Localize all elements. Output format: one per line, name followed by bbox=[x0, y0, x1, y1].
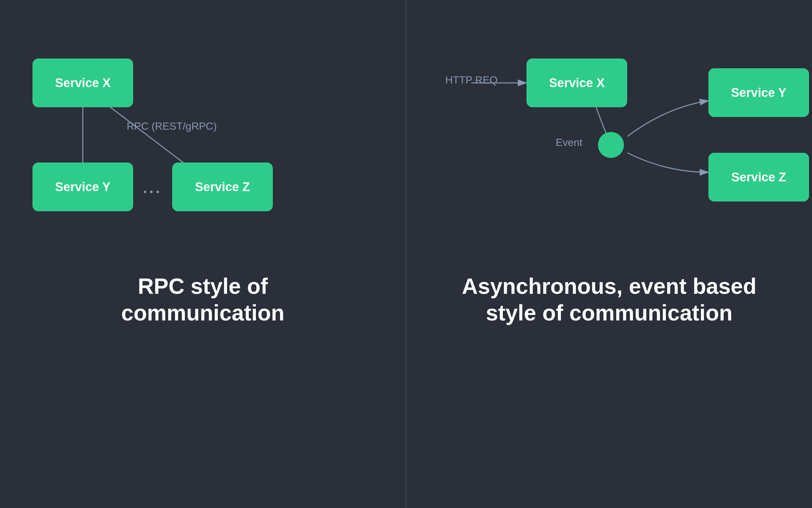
left-panel: Service X Service Y ... Service Z RPC (R… bbox=[0, 0, 406, 508]
dots: ... bbox=[143, 179, 162, 197]
right-service-z-label: Service Z bbox=[731, 170, 786, 184]
right-diagram: HTTP REQ Service X Event Service Y Servi… bbox=[406, 26, 812, 254]
right-service-x-box: Service X bbox=[526, 58, 627, 107]
right-caption: Asynchronous, event basedstyle of commun… bbox=[436, 254, 782, 352]
left-caption: RPC style ofcommunication bbox=[95, 254, 311, 352]
right-service-y-box: Service Y bbox=[708, 68, 809, 117]
rpc-label: RPC (REST/gRPC) bbox=[127, 120, 217, 132]
left-service-x-label: Service X bbox=[55, 76, 110, 90]
left-service-y-box: Service Y bbox=[33, 163, 133, 211]
left-service-y-label: Service Y bbox=[55, 180, 110, 194]
left-diagram: Service X Service Y ... Service Z RPC (R… bbox=[0, 26, 406, 254]
left-service-z-box: Service Z bbox=[172, 163, 273, 211]
svg-line-1 bbox=[110, 107, 192, 169]
left-service-x-box: Service X bbox=[33, 58, 133, 107]
http-req-label: HTTP REQ bbox=[445, 74, 497, 86]
event-dot bbox=[598, 132, 624, 158]
right-panel: HTTP REQ Service X Event Service Y Servi… bbox=[406, 0, 812, 508]
left-service-z-label: Service Z bbox=[195, 180, 250, 194]
right-service-x-label: Service X bbox=[549, 76, 605, 90]
right-service-y-label: Service Y bbox=[731, 86, 786, 100]
right-caption-text: Asynchronous, event basedstyle of commun… bbox=[462, 274, 757, 325]
right-service-z-box: Service Z bbox=[708, 153, 809, 202]
left-caption-text: RPC style ofcommunication bbox=[121, 274, 285, 325]
event-label: Event bbox=[556, 136, 582, 149]
